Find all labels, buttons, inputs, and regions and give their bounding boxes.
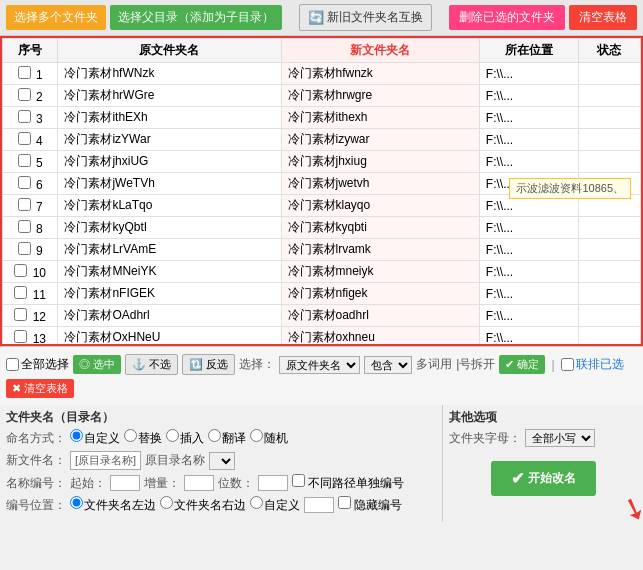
seq-row: 名称编号： 起始： 1 增量： 1 位数： 1 不同路径单独编号 (6, 474, 436, 492)
btn-linked[interactable]: 删除已选的文件夹 (449, 5, 565, 30)
btn-start[interactable]: ✔ 开始改名 (491, 461, 596, 496)
cell-seq: 12 (3, 305, 58, 327)
select-all-checkbox[interactable] (6, 358, 19, 371)
row-checkbox[interactable] (18, 242, 31, 255)
opt-right-radio[interactable] (160, 496, 173, 509)
btn-invert[interactable]: 🔃 反选 (182, 354, 235, 375)
row-checkbox[interactable] (18, 88, 31, 101)
digits-input[interactable]: 1 (258, 475, 288, 491)
linked-select-check[interactable]: 联排已选 (561, 356, 624, 373)
btn-confirm[interactable]: ✔ 确定 (499, 355, 545, 374)
row-checkbox[interactable] (18, 132, 31, 145)
btn-select[interactable]: ◎ 选中 (73, 355, 121, 374)
table-row: 4 冷门素材izYWar 冷门素材izywar F:\\... (3, 129, 641, 151)
custom-pos-input[interactable]: 2 (304, 497, 334, 513)
cell-seq: 8 (3, 217, 58, 239)
naming-label: 命名方式： (6, 430, 66, 447)
opt-random-radio[interactable] (250, 429, 263, 442)
opt-insert-label[interactable]: 插入 (166, 429, 204, 447)
row-checkbox[interactable] (18, 220, 31, 233)
start-label: 起始： (70, 475, 106, 492)
opt-custom2-radio[interactable] (250, 496, 263, 509)
pos-label: 编号位置： (6, 497, 66, 514)
col-header-status: 状态 (578, 39, 640, 63)
multi-use-label: 多词用 (416, 356, 452, 373)
orig-dir-label: 原目录名称 (145, 452, 205, 469)
btn-swap[interactable]: 🔄 新旧文件夹名互换 (299, 4, 432, 31)
cell-new: 冷门素材hrwgre (281, 85, 479, 107)
orig-dir-select[interactable] (209, 452, 235, 470)
linked-select-checkbox[interactable] (561, 358, 574, 371)
opt-replace-label[interactable]: 替换 (124, 429, 162, 447)
expand-label: |号拆开 (456, 356, 495, 373)
row-checkbox[interactable] (14, 286, 27, 299)
row-checkbox[interactable] (18, 66, 31, 79)
opt-random-label[interactable]: 随机 (250, 429, 288, 447)
cell-status (578, 327, 640, 347)
tooltip-box: 示波滤波资料10865、 (509, 178, 631, 199)
cell-new: 冷门素材hfwnzk (281, 63, 479, 85)
btn-unselect[interactable]: ⚓ 不选 (125, 354, 178, 375)
cell-loc: F:\\... (479, 261, 578, 283)
cell-status (578, 283, 640, 305)
opt-custom-radio[interactable] (70, 429, 83, 442)
opt-custom-label[interactable]: 自定义 (70, 429, 120, 447)
cell-seq: 7 (3, 195, 58, 217)
cell-new: 冷门素材lrvamk (281, 239, 479, 261)
row-checkbox[interactable] (14, 330, 27, 343)
cell-seq: 3 (3, 107, 58, 129)
cell-seq: 6 (3, 173, 58, 195)
row-checkbox[interactable] (18, 110, 31, 123)
row-checkbox[interactable] (14, 308, 27, 321)
hide-checkbox[interactable] (338, 496, 351, 509)
naming-method-row: 命名方式： 自定义 替换 插入 翻译 随机 (6, 429, 436, 447)
cell-orig: 冷门素材ithEXh (58, 107, 281, 129)
cell-loc: F:\\... (479, 283, 578, 305)
btn-parent-dir[interactable]: 选择父目录（添加为子目录） (110, 5, 282, 30)
opt-custom2-label[interactable]: 自定义 (250, 496, 300, 514)
row-checkbox[interactable] (14, 264, 27, 277)
cell-loc: F:\\... (479, 305, 578, 327)
hide-label-check[interactable]: 隐藏编号 (338, 496, 402, 514)
cell-orig: 冷门素材MNeiYK (58, 261, 281, 283)
opt-translate-label[interactable]: 翻译 (208, 429, 246, 447)
btn-multi-folder[interactable]: 选择多个文件夹 (6, 5, 106, 30)
opt-translate-radio[interactable] (208, 429, 221, 442)
select-field-type[interactable]: 原文件夹名 (279, 356, 360, 374)
col-header-new: 新文件夹名 (281, 39, 479, 63)
cell-status (578, 129, 640, 151)
table-row: 5 冷门素材jhxiUG 冷门素材jhxiug F:\\... (3, 151, 641, 173)
select-condition[interactable]: 包含 (364, 356, 412, 374)
arrow-indicator: ➘ (617, 488, 643, 529)
inc-input[interactable]: 1 (184, 475, 214, 491)
cell-new: 冷门素材jwetvh (281, 173, 479, 195)
cell-new: 冷门素材oadhrl (281, 305, 479, 327)
diff-path-checkbox[interactable] (292, 474, 305, 487)
opt-right-label[interactable]: 文件夹名右边 (160, 496, 246, 514)
cell-orig: 冷门素材OxHNeU (58, 327, 281, 347)
cell-seq: 13 (3, 327, 58, 347)
row-checkbox[interactable] (18, 198, 31, 211)
folder-char-select[interactable]: 全部小写 (525, 429, 595, 447)
diff-path-check[interactable]: 不同路径单独编号 (292, 474, 404, 492)
cell-seq: 10 (3, 261, 58, 283)
cell-loc: F:\\... (479, 239, 578, 261)
cell-orig: 冷门素材LrVAmE (58, 239, 281, 261)
select-all-check[interactable]: 全部选择 (6, 356, 69, 373)
opt-left-label[interactable]: 文件夹名左边 (70, 496, 156, 514)
inc-label: 增量： (144, 475, 180, 492)
digits-label: 位数： (218, 475, 254, 492)
row-checkbox[interactable] (18, 154, 31, 167)
btn-clear-top[interactable]: 清空表格 (569, 5, 637, 30)
cell-status (578, 239, 640, 261)
table-row: 9 冷门素材LrVAmE 冷门素材lrvamk F:\\... (3, 239, 641, 261)
col-header-seq: 序号 (3, 39, 58, 63)
opt-left-radio[interactable] (70, 496, 83, 509)
opt-replace-radio[interactable] (124, 429, 137, 442)
cell-new: 冷门素材nfigek (281, 283, 479, 305)
btn-clear2[interactable]: ✖ 清空表格 (6, 379, 74, 398)
row-checkbox[interactable] (18, 176, 31, 189)
cell-loc: F:\\... (479, 85, 578, 107)
opt-insert-radio[interactable] (166, 429, 179, 442)
start-input[interactable]: 1 (110, 475, 140, 491)
